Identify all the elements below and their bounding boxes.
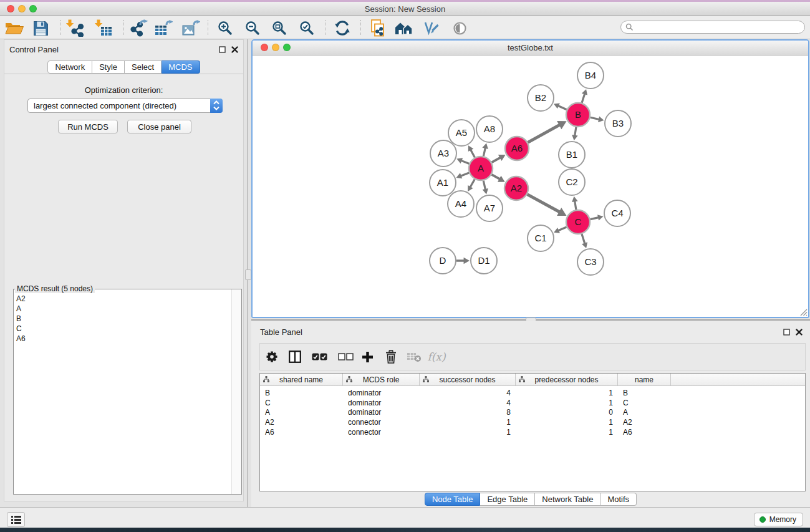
clone-network-button[interactable]	[368, 19, 387, 37]
tab-style[interactable]: Style	[92, 60, 125, 74]
zoom-out-button[interactable]	[243, 19, 262, 37]
edge-arrowhead	[483, 188, 488, 194]
edge-A-A3	[461, 160, 469, 163]
edge-B-B1	[575, 127, 576, 136]
graph-node-label: D	[440, 255, 446, 266]
split-view-button[interactable]	[287, 344, 302, 370]
import-network-button[interactable]	[65, 19, 85, 37]
open-file-button[interactable]	[4, 19, 24, 37]
column-label: MCDS role	[363, 375, 400, 384]
network-window-titlebar[interactable]: testGlobe.txt	[253, 41, 808, 56]
export-network-button[interactable]	[128, 19, 150, 37]
resize-grip[interactable]	[799, 307, 808, 316]
column-label: name	[635, 375, 653, 384]
show-hide-button[interactable]	[450, 19, 469, 37]
table-row[interactable]: Adominator80A	[260, 408, 805, 418]
column-label: shared name	[279, 375, 323, 384]
mcds-result-title: MCDS result (5 nodes)	[15, 284, 95, 293]
table-panel-title: Table Panel	[260, 327, 302, 337]
save-session-button[interactable]	[32, 19, 49, 37]
main-toolbar	[0, 16, 810, 39]
graph-node-label: C3	[584, 256, 596, 267]
tab-mcds[interactable]: MCDS	[162, 60, 200, 74]
tab-edge-table[interactable]: Edge Table	[480, 493, 535, 506]
trash-icon	[385, 350, 397, 364]
column-header-predecessor-nodes[interactable]: predecessor nodes	[516, 374, 618, 385]
run-mcds-button[interactable]: Run MCDS	[58, 120, 118, 133]
memory-button[interactable]: Memory	[754, 513, 803, 526]
table-settings-button[interactable]	[264, 344, 279, 370]
table-row[interactable]: Bdominator41B	[260, 388, 805, 398]
delete-entry-button[interactable]	[383, 344, 398, 370]
table-cell: 4	[420, 389, 516, 397]
app-titlebar[interactable]: Session: New Session	[0, 2, 810, 16]
search-input[interactable]	[620, 21, 805, 34]
zoom-selected-button[interactable]	[297, 19, 316, 37]
refresh-button[interactable]	[333, 19, 352, 37]
table-cell: A2	[618, 418, 671, 427]
apply-layout-button[interactable]	[393, 19, 415, 37]
tab-network[interactable]: Network	[47, 60, 92, 74]
add-entry-button[interactable]	[360, 344, 374, 370]
table-row[interactable]: A6connector11A6	[260, 427, 805, 437]
column-header-successor-nodes[interactable]: successor nodes	[420, 374, 516, 385]
table-cell: 4	[420, 399, 516, 407]
close-panel-icon[interactable]	[796, 329, 803, 336]
mcds-result-item[interactable]: A6	[16, 334, 26, 344]
column-header-shared-name[interactable]: shared name	[260, 374, 343, 385]
table-cell: A	[260, 408, 343, 417]
export-table-button[interactable]	[153, 19, 173, 37]
float-panel-icon[interactable]	[219, 46, 226, 53]
edge-arrowhead	[582, 89, 587, 95]
column-header-MCDS-role[interactable]: MCDS role	[343, 374, 420, 385]
mcds-result-item[interactable]: B	[16, 314, 26, 324]
function-builder-button[interactable]: f(x)	[427, 344, 446, 370]
annotation-mode-icon	[422, 21, 440, 36]
close-panel-icon[interactable]	[231, 46, 238, 53]
graph-node-label: C2	[566, 177, 577, 187]
toolbar-separator	[325, 20, 325, 35]
tab-motifs[interactable]: Motifs	[600, 493, 637, 506]
zoom-selected-icon	[299, 21, 315, 36]
select-all-button[interactable]	[311, 344, 329, 370]
criterion-dropdown[interactable]: largest connected component (directed)	[27, 99, 223, 113]
tab-select[interactable]: Select	[125, 60, 162, 74]
mcds-result-item[interactable]: A2	[16, 294, 26, 304]
mcds-result-item[interactable]: A	[16, 304, 26, 314]
mcds-result-item[interactable]: C	[16, 324, 26, 334]
control-panel: Control Panel NetworkStyleSelectMCDS Opt…	[4, 39, 244, 501]
table-cell: 1	[516, 418, 618, 427]
delete-table-button[interactable]	[406, 344, 422, 370]
table-row[interactable]: A2connector11A2	[260, 417, 805, 427]
edge-A-A2	[491, 175, 499, 179]
export-image-button[interactable]	[181, 19, 201, 37]
import-table-button[interactable]	[94, 19, 113, 37]
edge-C-C4	[591, 218, 599, 220]
table-panel: Table Panel	[251, 321, 810, 507]
tab-divider	[4, 74, 243, 74]
apply-layout-icon	[394, 21, 414, 36]
graph-node-label: C4	[611, 208, 623, 218]
mcds-scrollbar[interactable]	[231, 289, 241, 494]
task-history-button[interactable]	[7, 512, 25, 527]
tab-network-table[interactable]: Network Table	[535, 493, 600, 506]
float-panel-icon[interactable]	[783, 329, 790, 336]
toolbar-separator	[60, 20, 61, 35]
save-session-icon	[33, 21, 49, 36]
tab-node-table[interactable]: Node Table	[425, 493, 481, 506]
close-panel-button[interactable]: Close panel	[127, 120, 191, 133]
vertical-splitter-handle[interactable]	[245, 269, 251, 280]
network-window[interactable]: testGlobe.txt B4B2BB3A5A8A6A3B1AC2A1A2A4…	[251, 39, 809, 318]
column-header-name[interactable]: name	[618, 374, 671, 385]
table-row[interactable]: Cdominator41C	[260, 398, 805, 408]
deselect-all-button[interactable]	[337, 344, 355, 370]
annotation-mode-button[interactable]	[420, 19, 440, 37]
zoom-fit-button[interactable]	[270, 19, 289, 37]
edge-A-A8	[483, 148, 485, 157]
memory-label: Memory	[769, 515, 796, 524]
network-canvas[interactable]: B4B2BB3A5A8A6A3B1AC2A1A2A4A7C4CC1C3DD1	[253, 56, 808, 317]
zoom-in-button[interactable]	[216, 19, 234, 37]
column-type-icon	[346, 376, 352, 382]
open-file-icon	[5, 21, 24, 36]
column-label: predecessor nodes	[534, 375, 598, 384]
